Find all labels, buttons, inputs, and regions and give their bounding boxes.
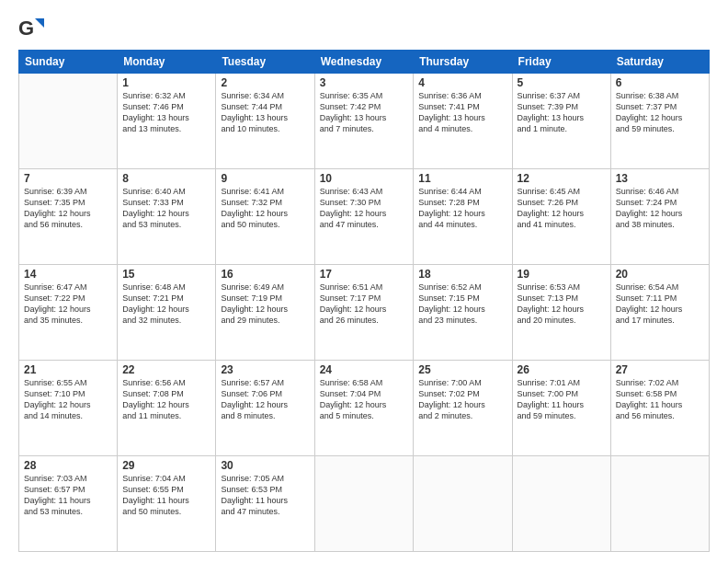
day-number: 8 [122, 172, 210, 185]
svg-marker-1 [35, 18, 44, 28]
calendar-cell: 9Sunrise: 6:41 AM Sunset: 7:32 PM Daylig… [216, 169, 314, 265]
week-row-1: 1Sunrise: 6:32 AM Sunset: 7:46 PM Daylig… [19, 74, 710, 169]
cell-content: Sunrise: 6:36 AM Sunset: 7:41 PM Dayligh… [418, 90, 506, 135]
calendar-cell [314, 456, 414, 552]
calendar-cell: 25Sunrise: 7:00 AM Sunset: 7:02 PM Dayli… [414, 361, 512, 456]
cell-content: Sunrise: 7:04 AM Sunset: 6:55 PM Dayligh… [122, 473, 210, 518]
calendar-cell: 29Sunrise: 7:04 AM Sunset: 6:55 PM Dayli… [118, 456, 216, 552]
cell-content: Sunrise: 6:41 AM Sunset: 7:32 PM Dayligh… [221, 186, 309, 231]
cell-content: Sunrise: 6:53 AM Sunset: 7:13 PM Dayligh… [518, 282, 606, 327]
cell-content: Sunrise: 6:57 AM Sunset: 7:06 PM Dayligh… [221, 377, 309, 422]
day-number: 13 [616, 172, 704, 185]
weekday-header-row: SundayMondayTuesdayWednesdayThursdayFrid… [19, 51, 710, 74]
calendar-cell: 2Sunrise: 6:34 AM Sunset: 7:44 PM Daylig… [216, 74, 314, 169]
page-header: G [18, 15, 710, 40]
calendar-cell: 18Sunrise: 6:52 AM Sunset: 7:15 PM Dayli… [414, 265, 512, 361]
calendar-cell: 30Sunrise: 7:05 AM Sunset: 6:53 PM Dayli… [216, 456, 314, 552]
calendar-cell: 23Sunrise: 6:57 AM Sunset: 7:06 PM Dayli… [216, 361, 314, 456]
calendar-cell: 20Sunrise: 6:54 AM Sunset: 7:11 PM Dayli… [610, 265, 709, 361]
cell-content: Sunrise: 7:05 AM Sunset: 6:53 PM Dayligh… [221, 473, 309, 518]
cell-content: Sunrise: 7:01 AM Sunset: 7:00 PM Dayligh… [518, 377, 606, 422]
day-number: 29 [122, 459, 210, 472]
day-number: 4 [418, 76, 506, 89]
cell-content: Sunrise: 6:35 AM Sunset: 7:42 PM Dayligh… [320, 90, 409, 135]
day-number: 30 [221, 459, 309, 472]
calendar-cell: 10Sunrise: 6:43 AM Sunset: 7:30 PM Dayli… [314, 169, 414, 265]
day-number: 12 [518, 172, 606, 185]
day-number: 5 [518, 76, 606, 89]
day-number: 28 [24, 459, 112, 472]
calendar-cell: 22Sunrise: 6:56 AM Sunset: 7:08 PM Dayli… [118, 361, 216, 456]
day-number: 16 [221, 268, 309, 281]
calendar-cell: 17Sunrise: 6:51 AM Sunset: 7:17 PM Dayli… [314, 265, 414, 361]
logo-icon: G [18, 15, 44, 40]
calendar-cell: 13Sunrise: 6:46 AM Sunset: 7:24 PM Dayli… [610, 169, 709, 265]
calendar-cell: 21Sunrise: 6:55 AM Sunset: 7:10 PM Dayli… [19, 361, 118, 456]
cell-content: Sunrise: 6:48 AM Sunset: 7:21 PM Dayligh… [122, 282, 210, 327]
cell-content: Sunrise: 6:44 AM Sunset: 7:28 PM Dayligh… [418, 186, 506, 231]
day-number: 10 [320, 172, 409, 185]
day-number: 23 [221, 363, 309, 376]
weekday-header-monday: Monday [118, 51, 216, 74]
calendar-cell: 14Sunrise: 6:47 AM Sunset: 7:22 PM Dayli… [19, 265, 118, 361]
cell-content: Sunrise: 6:54 AM Sunset: 7:11 PM Dayligh… [616, 282, 704, 327]
calendar-cell: 7Sunrise: 6:39 AM Sunset: 7:35 PM Daylig… [19, 169, 118, 265]
calendar-cell [512, 456, 610, 552]
cell-content: Sunrise: 6:52 AM Sunset: 7:15 PM Dayligh… [418, 282, 506, 327]
cell-content: Sunrise: 6:45 AM Sunset: 7:26 PM Dayligh… [518, 186, 606, 231]
cell-content: Sunrise: 6:56 AM Sunset: 7:08 PM Dayligh… [122, 377, 210, 422]
svg-text:G: G [18, 17, 34, 40]
day-number: 24 [320, 363, 409, 376]
cell-content: Sunrise: 7:02 AM Sunset: 6:58 PM Dayligh… [616, 377, 704, 422]
cell-content: Sunrise: 6:39 AM Sunset: 7:35 PM Dayligh… [24, 186, 112, 231]
calendar-cell: 19Sunrise: 6:53 AM Sunset: 7:13 PM Dayli… [512, 265, 610, 361]
weekday-header-sunday: Sunday [19, 51, 118, 74]
cell-content: Sunrise: 6:51 AM Sunset: 7:17 PM Dayligh… [320, 282, 409, 327]
day-number: 21 [24, 363, 112, 376]
calendar-cell: 4Sunrise: 6:36 AM Sunset: 7:41 PM Daylig… [414, 74, 512, 169]
weekday-header-thursday: Thursday [414, 51, 512, 74]
day-number: 7 [24, 172, 112, 185]
calendar-cell: 15Sunrise: 6:48 AM Sunset: 7:21 PM Dayli… [118, 265, 216, 361]
cell-content: Sunrise: 6:58 AM Sunset: 7:04 PM Dayligh… [320, 377, 409, 422]
day-number: 19 [518, 268, 606, 281]
calendar-cell [19, 74, 118, 169]
week-row-3: 14Sunrise: 6:47 AM Sunset: 7:22 PM Dayli… [19, 265, 710, 361]
calendar-cell: 24Sunrise: 6:58 AM Sunset: 7:04 PM Dayli… [314, 361, 414, 456]
cell-content: Sunrise: 6:32 AM Sunset: 7:46 PM Dayligh… [122, 90, 210, 135]
calendar-cell: 8Sunrise: 6:40 AM Sunset: 7:33 PM Daylig… [118, 169, 216, 265]
day-number: 1 [122, 76, 210, 89]
day-number: 26 [518, 363, 606, 376]
cell-content: Sunrise: 6:34 AM Sunset: 7:44 PM Dayligh… [221, 90, 309, 135]
cell-content: Sunrise: 6:37 AM Sunset: 7:39 PM Dayligh… [518, 90, 606, 135]
cell-content: Sunrise: 6:47 AM Sunset: 7:22 PM Dayligh… [24, 282, 112, 327]
calendar-table: SundayMondayTuesdayWednesdayThursdayFrid… [18, 50, 710, 552]
cell-content: Sunrise: 6:55 AM Sunset: 7:10 PM Dayligh… [24, 377, 112, 422]
week-row-4: 21Sunrise: 6:55 AM Sunset: 7:10 PM Dayli… [19, 361, 710, 456]
day-number: 2 [221, 76, 309, 89]
calendar-cell: 26Sunrise: 7:01 AM Sunset: 7:00 PM Dayli… [512, 361, 610, 456]
week-row-5: 28Sunrise: 7:03 AM Sunset: 6:57 PM Dayli… [19, 456, 710, 552]
cell-content: Sunrise: 6:46 AM Sunset: 7:24 PM Dayligh… [616, 186, 704, 231]
cell-content: Sunrise: 6:38 AM Sunset: 7:37 PM Dayligh… [616, 90, 704, 135]
calendar-cell: 28Sunrise: 7:03 AM Sunset: 6:57 PM Dayli… [19, 456, 118, 552]
calendar-cell: 1Sunrise: 6:32 AM Sunset: 7:46 PM Daylig… [118, 74, 216, 169]
weekday-header-wednesday: Wednesday [314, 51, 414, 74]
day-number: 27 [616, 363, 704, 376]
calendar-cell: 27Sunrise: 7:02 AM Sunset: 6:58 PM Dayli… [610, 361, 709, 456]
day-number: 15 [122, 268, 210, 281]
day-number: 6 [616, 76, 704, 89]
day-number: 17 [320, 268, 409, 281]
weekday-header-tuesday: Tuesday [216, 51, 314, 74]
day-number: 18 [418, 268, 506, 281]
logo: G [18, 15, 48, 40]
calendar-cell: 6Sunrise: 6:38 AM Sunset: 7:37 PM Daylig… [610, 74, 709, 169]
day-number: 3 [320, 76, 409, 89]
day-number: 22 [122, 363, 210, 376]
day-number: 9 [221, 172, 309, 185]
calendar-cell [610, 456, 709, 552]
calendar-cell: 5Sunrise: 6:37 AM Sunset: 7:39 PM Daylig… [512, 74, 610, 169]
calendar-cell [414, 456, 512, 552]
cell-content: Sunrise: 7:03 AM Sunset: 6:57 PM Dayligh… [24, 473, 112, 518]
cell-content: Sunrise: 7:00 AM Sunset: 7:02 PM Dayligh… [418, 377, 506, 422]
